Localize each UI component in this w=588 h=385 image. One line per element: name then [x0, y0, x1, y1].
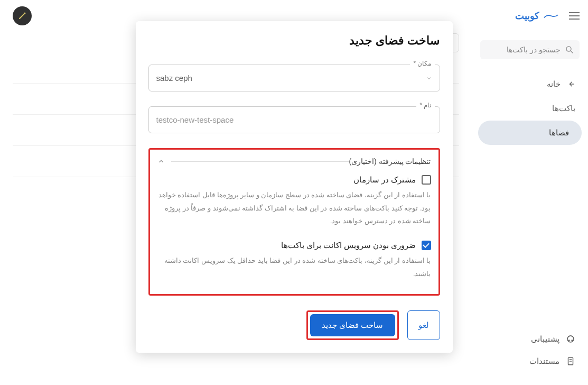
cancel-button[interactable]: لغو — [407, 310, 440, 340]
field-label: نام * — [416, 102, 434, 109]
option-label: ضروری بودن سرویس اکانت برای باکت‌ها — [281, 241, 416, 250]
option-desc: با استفاده از این گزینه، باکت‌های ساخته … — [157, 254, 431, 280]
divider — [171, 161, 349, 162]
checkbox-checked[interactable] — [422, 241, 431, 250]
submit-button[interactable]: ساخت فضای جدید — [310, 314, 395, 336]
name-input[interactable] — [156, 115, 432, 124]
shared-org-option[interactable]: مشترک در سازمان با استفاده از این گزینه،… — [157, 175, 431, 228]
location-value: sabz ceph — [156, 74, 192, 82]
name-field[interactable]: نام * — [148, 106, 440, 133]
option-label: مشترک در سازمان — [353, 175, 416, 185]
new-space-dialog: ساخت فضای جدید مکان * sabz ceph نام * تن… — [136, 21, 453, 353]
dialog-title: ساخت فضای جدید — [148, 34, 440, 48]
submit-highlight: ساخت فضای جدید — [306, 310, 398, 340]
advanced-title: تنظیمات پیشرفته (اختیاری) — [349, 157, 431, 166]
dialog-overlay: ساخت فضای جدید مکان * sabz ceph نام * تن… — [0, 0, 588, 385]
chevron-up-icon[interactable] — [157, 158, 165, 165]
location-field[interactable]: مکان * sabz ceph — [148, 65, 440, 91]
checkbox-unchecked[interactable] — [422, 175, 431, 185]
require-service-account-option[interactable]: ضروری بودن سرویس اکانت برای باکت‌ها با ا… — [157, 241, 431, 280]
option-desc: با استفاده از این گزینه، فضای ساخته شده … — [157, 189, 431, 228]
chevron-down-icon — [426, 75, 432, 81]
dialog-actions: ساخت فضای جدید لغو — [148, 310, 440, 340]
field-label: مکان * — [410, 60, 434, 67]
advanced-settings: تنظیمات پیشرفته (اختیاری) مشترک در سازما… — [148, 148, 440, 296]
location-select[interactable]: sabz ceph — [148, 65, 440, 91]
